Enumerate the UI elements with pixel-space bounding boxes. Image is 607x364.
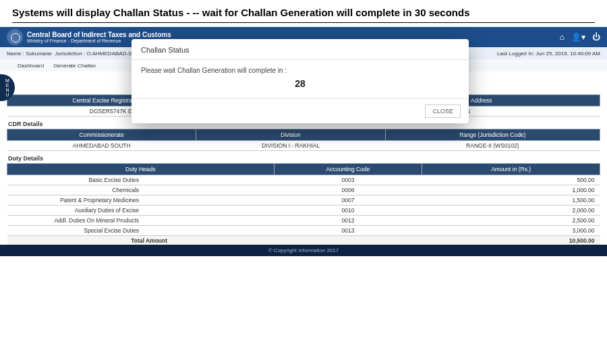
- table-row: Basic Excise Duties0003500.00: [7, 175, 600, 185]
- cdr-table: Commissionerate Division Range (Jurisdic…: [7, 129, 600, 151]
- col-duty-heads: Duty Heads: [7, 164, 274, 175]
- close-button[interactable]: CLOSE: [425, 104, 461, 118]
- cell-amount: 2,500.00: [422, 216, 600, 226]
- col-division: Division: [196, 129, 385, 141]
- cell-duty-head: Auxiliary Duties of Excise: [7, 206, 274, 216]
- table-row: Addl. Duties On Mineral Products00122,50…: [7, 216, 600, 226]
- power-icon[interactable]: ⏻: [592, 32, 600, 42]
- cell-code: 0013: [274, 226, 422, 236]
- table-row: Patent & Proprietary Medicines00071,500.…: [7, 195, 600, 206]
- cell-code: 0007: [274, 195, 422, 206]
- table-row: Chemicals00061,000.00: [7, 185, 600, 195]
- cell-code: 0012: [274, 216, 422, 226]
- cell-range: RANGE-II (WS0102): [385, 141, 600, 151]
- challan-status-modal: Challan Status Please wait Challan Gener…: [132, 39, 469, 123]
- cell-amount: 2,000.00: [422, 206, 600, 216]
- cell-code: 0010: [274, 206, 422, 216]
- table-row: AHMEDABAD SOUTH DIVISION I - RAKHIAL RAN…: [7, 141, 600, 151]
- table-row: Auxiliary Duties of Excise00102,000.00: [7, 206, 600, 216]
- header-title: Central Board of Indirect Taxes and Cust…: [27, 31, 171, 38]
- emblem-icon: [7, 29, 23, 45]
- col-commissionerate: Commissionerate: [7, 129, 196, 141]
- cell-amount: 1,500.00: [422, 195, 600, 206]
- cell-amount: 1,000.00: [422, 185, 600, 195]
- cell-duty-head: Basic Excise Duties: [7, 175, 274, 185]
- modal-message: Please wait Challan Generation will comp…: [141, 67, 459, 74]
- crumb-dashboard[interactable]: Dashboard: [18, 63, 44, 69]
- cell-amount: 500.00: [422, 175, 600, 185]
- col-amount: Amount in (Rs.): [422, 164, 600, 175]
- name-value: Sukumarar: [26, 51, 52, 57]
- home-icon[interactable]: ⌂: [560, 32, 565, 42]
- col-range: Range (Jurisdiction Code): [385, 129, 600, 141]
- cell-duty-head: Patent & Proprietary Medicines: [7, 195, 274, 206]
- last-login: Last Logged In: Jun 25, 2019, 10:40:09 A…: [497, 51, 600, 57]
- table-row: Special Excise Duties00133,000.00: [7, 226, 600, 236]
- cell-code: 0006: [274, 185, 422, 195]
- crumb-generate-challan[interactable]: Generate Challan: [53, 63, 96, 69]
- user-icon[interactable]: 👤▾: [571, 32, 585, 42]
- modal-countdown: 28: [141, 74, 459, 96]
- cell-duty-head: Special Excise Duties: [7, 226, 274, 236]
- duty-section-label: Duty Details: [8, 155, 599, 162]
- jurisdiction-label: Jurisdiction :: [55, 51, 85, 57]
- col-accounting-code: Accounting Code: [274, 164, 422, 175]
- cell-code: 0003: [274, 175, 422, 185]
- name-label: Name :: [7, 51, 24, 57]
- cell-duty-head: Addl. Duties On Mineral Products: [7, 216, 274, 226]
- instruction-underline: [12, 22, 595, 23]
- cell-division: DIVISION I - RAKHIAL: [196, 141, 385, 151]
- cell-amount: 3,000.00: [422, 226, 600, 236]
- instruction-text: Systems will display Challan Status - --…: [0, 0, 607, 22]
- duty-table: Duty Heads Accounting Code Amount in (Rs…: [7, 163, 600, 256]
- cell-duty-head: Chemicals: [7, 185, 274, 195]
- footer-copyright: © Copyright Information 2017: [0, 245, 607, 256]
- cell-commissionerate: AHMEDABAD SOUTH: [7, 141, 196, 151]
- modal-title: Challan Status: [132, 39, 469, 60]
